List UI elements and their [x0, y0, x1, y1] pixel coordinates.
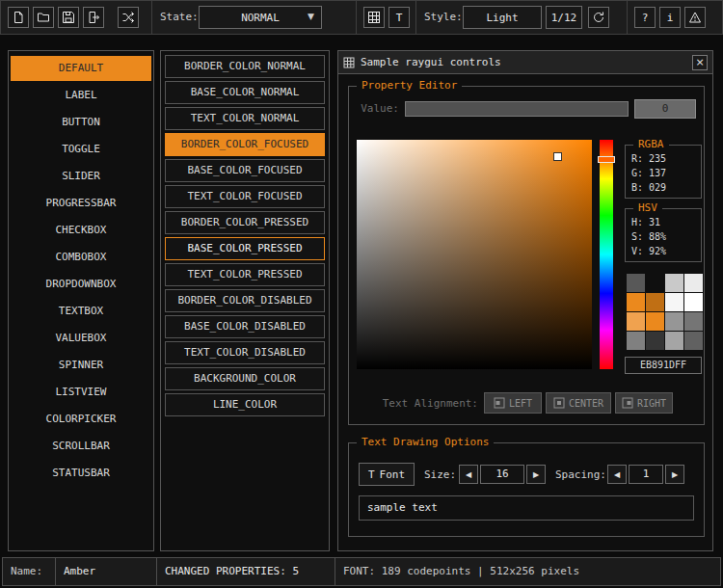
control-item-listview[interactable]: LISTVIEW	[11, 380, 151, 405]
size-increase-button[interactable]: ▶	[526, 465, 546, 484]
spacing-label: Spacing:	[555, 468, 606, 481]
random-style-button[interactable]	[118, 7, 139, 28]
color-swatch[interactable]	[665, 293, 683, 311]
info-icon: i	[667, 12, 674, 24]
window-titlebar[interactable]: Sample raygui controls ×	[338, 51, 712, 74]
arrow-right-icon: ▶	[672, 470, 678, 479]
property-item-line-color[interactable]: LINE_COLOR	[165, 393, 325, 416]
color-swatch[interactable]	[646, 312, 664, 331]
export-file-button[interactable]	[83, 7, 104, 28]
control-item-toggle[interactable]: TOGGLE	[11, 137, 151, 162]
color-swatch[interactable]	[684, 293, 703, 311]
control-item-button[interactable]: BUTTON	[11, 110, 151, 135]
style-color-palette	[627, 274, 703, 350]
warning-icon	[688, 11, 702, 24]
color-swatch[interactable]	[627, 332, 645, 350]
control-item-slider[interactable]: SLIDER	[11, 164, 151, 189]
control-item-statusbar[interactable]: STATUSBAR	[11, 461, 151, 486]
rgba-red-value: R: 235	[626, 151, 701, 166]
style-label: Style:	[424, 11, 463, 23]
color-swatch[interactable]	[627, 293, 645, 311]
color-swatch[interactable]	[684, 332, 703, 350]
property-item-text-color-disabled[interactable]: TEXT_COLOR_DISABLED	[165, 341, 325, 364]
info-button[interactable]: i	[659, 7, 681, 28]
control-item-valuebox[interactable]: VALUEBOX	[11, 326, 151, 351]
style-counter[interactable]: 1/12	[546, 6, 582, 29]
control-item-label[interactable]: LABEL	[11, 83, 151, 108]
style-name-button[interactable]: Light	[463, 6, 542, 29]
font-atlas-view-button[interactable]: T	[388, 7, 410, 28]
font-button-label: Font	[380, 468, 406, 481]
spacing-increase-button[interactable]: ▶	[665, 465, 684, 484]
color-swatch[interactable]	[665, 274, 683, 292]
align-right-button[interactable]: RIGHT	[615, 392, 673, 414]
color-swatch[interactable]	[646, 332, 664, 350]
color-swatch[interactable]	[646, 293, 664, 311]
control-item-spinner[interactable]: SPINNER	[11, 353, 151, 378]
hsv-group: HSV H: 31 S: 88% V: 92%	[625, 208, 702, 262]
font-button[interactable]: T Font	[359, 463, 415, 486]
align-left-button[interactable]: LEFT	[484, 392, 542, 414]
color-saturation-value-picker[interactable]	[357, 140, 592, 369]
property-item-background-color[interactable]: BACKGROUND_COLOR	[165, 367, 325, 390]
properties-list: BORDER_COLOR_NORMAL BASE_COLOR_NORMAL TE…	[160, 50, 330, 551]
control-item-checkbox[interactable]: CHECKBOX	[11, 218, 151, 243]
window-title: Sample raygui controls	[361, 56, 501, 68]
arrow-right-icon: ▶	[533, 470, 539, 479]
new-file-button[interactable]	[8, 7, 29, 28]
property-item-base-color-normal[interactable]: BASE_COLOR_NORMAL	[165, 81, 325, 104]
property-item-base-color-disabled[interactable]: BASE_COLOR_DISABLED	[165, 315, 325, 338]
control-item-combobox[interactable]: COMBOBOX	[11, 245, 151, 270]
color-picker-marker[interactable]	[553, 152, 562, 161]
property-item-base-color-focused[interactable]: BASE_COLOR_FOCUSED	[165, 159, 325, 182]
property-item-border-color-disabled[interactable]: BORDER_COLOR_DISABLED	[165, 289, 325, 312]
control-item-default[interactable]: DEFAULT	[11, 56, 151, 81]
sample-text-input[interactable]: sample text	[359, 495, 694, 521]
property-item-text-color-normal[interactable]: TEXT_COLOR_NORMAL	[165, 107, 325, 130]
property-item-text-color-focused[interactable]: TEXT_COLOR_FOCUSED	[165, 185, 325, 208]
question-icon: ?	[642, 12, 649, 24]
color-swatch[interactable]	[684, 274, 703, 292]
spacing-value-box[interactable]: 1	[629, 465, 663, 484]
control-item-dropdownbox[interactable]: DROPDOWNBOX	[11, 272, 151, 297]
save-file-button[interactable]	[58, 7, 79, 28]
property-item-base-color-pressed[interactable]: BASE_COLOR_PRESSED	[165, 237, 325, 260]
size-value-box[interactable]: 16	[480, 465, 524, 484]
control-item-colorpicker[interactable]: COLORPICKER	[11, 407, 151, 432]
style-table-view-button[interactable]	[363, 7, 385, 28]
help-button[interactable]: ?	[634, 7, 656, 28]
spacing-decrease-button[interactable]: ◀	[607, 465, 627, 484]
color-swatch[interactable]	[665, 312, 683, 331]
issue-report-button[interactable]	[684, 7, 706, 28]
property-item-border-color-focused[interactable]: BORDER_COLOR_FOCUSED	[165, 133, 325, 156]
reload-style-button[interactable]	[588, 7, 609, 28]
status-style-name: Amber	[55, 557, 157, 586]
control-item-progressbar[interactable]: PROGRESSBAR	[11, 191, 151, 216]
color-swatch[interactable]	[684, 312, 703, 331]
color-swatch[interactable]	[665, 332, 683, 350]
property-item-border-color-pressed[interactable]: BORDER_COLOR_PRESSED	[165, 211, 325, 234]
property-item-text-color-pressed[interactable]: TEXT_COLOR_PRESSED	[165, 263, 325, 286]
color-swatch[interactable]	[627, 274, 645, 292]
hue-cursor[interactable]	[598, 156, 615, 163]
align-center-button[interactable]: CENTER	[546, 392, 611, 414]
reload-icon	[592, 11, 605, 24]
close-window-button[interactable]: ×	[692, 55, 708, 70]
control-item-textbox[interactable]: TEXTBOX	[11, 299, 151, 324]
control-item-scrollbar[interactable]: SCROLLBAR	[11, 434, 151, 459]
value-box[interactable]: 0	[634, 99, 696, 119]
color-swatch[interactable]	[646, 274, 664, 292]
state-dropdown[interactable]: NORMAL ▼	[199, 6, 322, 29]
color-swatch[interactable]	[627, 312, 645, 331]
property-item-border-color-normal[interactable]: BORDER_COLOR_NORMAL	[165, 55, 325, 78]
chevron-down-icon: ▼	[308, 12, 314, 21]
hue-bar[interactable]	[600, 140, 613, 369]
size-decrease-button[interactable]: ◀	[459, 465, 478, 484]
align-center-label: CENTER	[569, 398, 603, 409]
hsv-saturation-value: S: 88%	[626, 229, 701, 244]
hex-color-input[interactable]: EB891DFF	[625, 357, 702, 374]
size-label: Size:	[424, 468, 456, 481]
open-file-button[interactable]	[33, 7, 54, 28]
value-slider[interactable]	[405, 101, 629, 117]
controls-list: DEFAULT LABEL BUTTON TOGGLE SLIDER PROGR…	[8, 50, 154, 551]
